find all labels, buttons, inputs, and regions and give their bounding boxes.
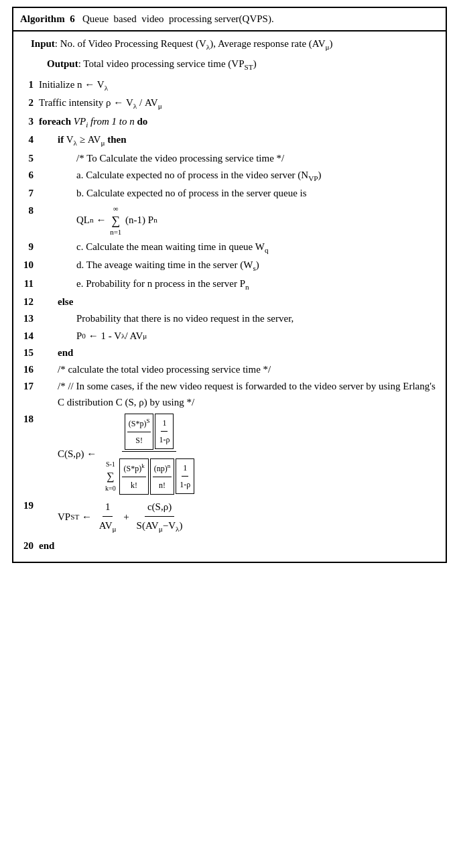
step-content-15: end <box>39 345 439 361</box>
step-14: 14 P0 ← 1 - Vλ / AVμ <box>20 328 439 344</box>
step-4: 4 if Vλ ≥ AVμ then <box>20 132 439 149</box>
step-15: 15 end <box>20 345 439 361</box>
step-content-7: b. Calculate expected no of process in t… <box>39 186 439 201</box>
step-content-20: end <box>39 538 439 554</box>
step-num-15: 15 <box>20 345 39 361</box>
step-num-4: 4 <box>20 132 39 147</box>
algorithm-header: Algorithm 6 Queue based video processing… <box>13 8 446 32</box>
input-section: Input: No. of Video Processing Request (… <box>20 36 439 53</box>
step-7: 7 b. Calculate expected no of process in… <box>20 186 439 201</box>
algorithm-steps: 1 Initialize n ← Vλ 2 Traffic intensity … <box>20 77 439 554</box>
step-6: 6 a. Calculate expected no of process in… <box>20 168 439 184</box>
step-num-17: 17 <box>20 379 39 394</box>
frac-numerator: (S*p)S S! 1 1-ρ <box>122 412 177 452</box>
step-num-5: 5 <box>20 151 39 166</box>
step-content-5: /* To Calculate the video processing ser… <box>39 151 439 166</box>
step-content-10: d. The aveage waiting time in the server… <box>39 257 439 274</box>
algorithm-box: Algorithm 6 Queue based video processing… <box>12 7 447 563</box>
algorithm-body: Input: No. of Video Processing Request (… <box>13 32 446 562</box>
step-content-1: Initialize n ← Vλ <box>39 77 439 94</box>
step-num-2: 2 <box>20 95 39 111</box>
step-12: 12 else <box>20 294 439 310</box>
sum-symbol: ∞ ∑ n=1 <box>110 203 121 238</box>
algo-title: Algorithm 6 <box>20 13 75 24</box>
step-17: 17 /* // In some cases, if the new video… <box>20 379 439 410</box>
step-9: 9 c. Calculate the mean waiting time in … <box>20 239 439 256</box>
step-2: 2 Traffic intensity ρ ← Vλ / AVμ <box>20 95 439 112</box>
step-num-12: 12 <box>20 294 39 310</box>
algo-title-text: Queue based video processing server(QVPS… <box>77 13 273 24</box>
frac-c-s-rho: c(S,ρ) S(AVμ−Vλ) <box>134 498 186 537</box>
step-content-3: foreach VPi from 1 to n do <box>39 114 439 131</box>
big-fraction: (S*p)S S! 1 1-ρ <box>101 412 197 497</box>
step-16: 16 /* calculate the total video processi… <box>20 362 439 377</box>
step-num-8: 8 <box>20 203 39 219</box>
step-content-11: e. Probability for n process in the serv… <box>39 276 439 293</box>
step-num-6: 6 <box>20 168 39 183</box>
step-content-18: C(S,ρ) ← (S*p)S S! <box>39 412 439 497</box>
step-content-12: else <box>39 294 439 310</box>
step-content-2: Traffic intensity ρ ← Vλ / AVμ <box>39 95 439 112</box>
lambda-sub: λ <box>206 43 210 51</box>
vpst-formula: VPST ← 1 AVμ + c(S,ρ) S(AVμ−Vλ) <box>58 498 187 537</box>
step-content-4: if Vλ ≥ AVμ then <box>39 132 439 149</box>
step-num-1: 1 <box>20 77 39 92</box>
step-5: 5 /* To Calculate the video processing s… <box>20 151 439 166</box>
step-num-13: 13 <box>20 311 39 326</box>
c-s-rho-formula: C(S,ρ) ← (S*p)S S! <box>58 412 199 497</box>
step-13: 13 Probability that there is no video re… <box>20 311 439 326</box>
step-num-16: 16 <box>20 362 39 377</box>
step-19: 19 VPST ← 1 AVμ + c(S,ρ) S(AVμ−V <box>20 498 439 537</box>
step-content-9: c. Calculate the mean waiting time in qu… <box>39 239 439 256</box>
step-num-9: 9 <box>20 239 39 255</box>
p0-formula: P0 ← 1 - Vλ / AVμ <box>76 328 147 344</box>
step-num-14: 14 <box>20 328 39 344</box>
step-3: 3 foreach VPi from 1 to n do <box>20 114 439 131</box>
step-1: 1 Initialize n ← Vλ <box>20 77 439 94</box>
step-content-8: QLn ← ∞ ∑ n=1 (n-1) Pn <box>39 203 439 238</box>
vpst-sub: ST <box>244 63 253 71</box>
step-num-7: 7 <box>20 186 39 201</box>
step-num-11: 11 <box>20 276 39 292</box>
step-content-6: a. Calculate expected no of process in t… <box>39 168 439 184</box>
input-label: Input <box>31 38 55 49</box>
step-num-3: 3 <box>20 114 39 129</box>
output-label: Output <box>47 58 78 69</box>
step-content-14: P0 ← 1 - Vλ / AVμ <box>39 328 439 344</box>
step-content-13: Probability that there is no video reque… <box>39 311 439 326</box>
step-8: 8 QLn ← ∞ ∑ n=1 (n-1) Pn <box>20 203 439 238</box>
step-18: 18 C(S,ρ) ← (S*p)S <box>20 412 439 497</box>
step-content-17: /* // In some cases, if the new video re… <box>39 379 439 410</box>
step-content-16: /* calculate the total video processing … <box>39 362 439 377</box>
mu-sub: μ <box>326 43 330 51</box>
step-11: 11 e. Probability for n process in the s… <box>20 276 439 293</box>
step-content-19: VPST ← 1 AVμ + c(S,ρ) S(AVμ−Vλ) <box>39 498 439 537</box>
step-num-18: 18 <box>20 412 39 427</box>
output-section: Output: Total video processing service t… <box>20 56 439 73</box>
output-text: : Total video processing service time (V… <box>78 58 257 69</box>
frac-1-avmu: 1 AVμ <box>96 498 119 537</box>
step-10: 10 d. The aveage waiting time in the ser… <box>20 257 439 274</box>
step-num-20: 20 <box>20 538 39 554</box>
frac-denominator: S-1 ∑ k=0 (S*p)k k! <box>101 452 197 497</box>
step-num-10: 10 <box>20 257 39 273</box>
step-20: 20 end <box>20 538 439 554</box>
input-text: : No. of Video Processing Request (Vλ), … <box>55 38 333 49</box>
step-num-19: 19 <box>20 498 39 513</box>
ql-formula: QLn ← ∞ ∑ n=1 (n-1) Pn <box>76 203 157 238</box>
